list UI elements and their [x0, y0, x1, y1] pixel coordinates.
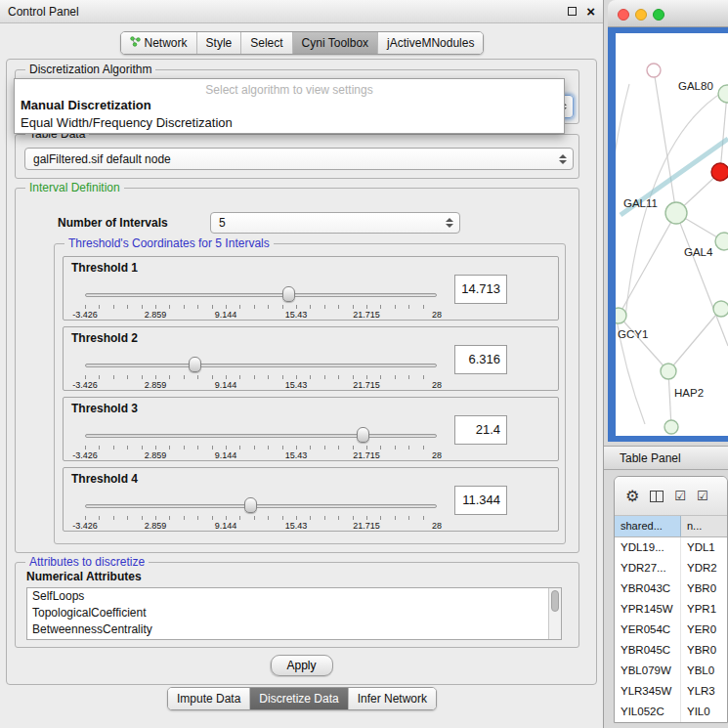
table-row[interactable]: YDR27...YDR2: [615, 558, 727, 578]
table-panel-title: Table Panel: [620, 451, 681, 465]
minimize-traffic-icon[interactable]: [635, 9, 647, 21]
table-row[interactable]: YBR043CYBR0: [615, 578, 727, 599]
attributes-list[interactable]: SelfLoopsTopologicalCoefficientBetweenne…: [26, 587, 562, 640]
cell-name: YBR0: [681, 578, 727, 599]
network-edge: [616, 84, 645, 424]
table-row[interactable]: YDL19...YDL1: [615, 537, 727, 558]
control-panel-titlebar: Control Panel ×: [0, 0, 603, 23]
attributes-scrollbar[interactable]: [548, 588, 561, 639]
num-intervals-combobox[interactable]: 5: [210, 212, 460, 234]
scale-label: -3.426: [72, 521, 98, 531]
columns-icon[interactable]: [650, 491, 664, 502]
table-data-value: galFiltered.sif default node: [33, 152, 171, 166]
slider-track[interactable]: [85, 434, 437, 438]
tab-impute-data[interactable]: Impute Data: [168, 688, 249, 709]
slider-track[interactable]: [85, 364, 437, 367]
slider-scale: -3.4262.8599.14415.4321.71528: [85, 521, 437, 531]
network-node-green[interactable]: [718, 85, 728, 103]
network-edge: [720, 94, 727, 172]
attribute-item-topologicalcoefficient[interactable]: TopologicalCoefficient: [27, 605, 561, 621]
select-columns-icon[interactable]: ☑: [697, 489, 708, 503]
node-label-gal80: GAL80: [678, 80, 713, 92]
scale-label: -3.426: [72, 380, 98, 390]
threshold-panel-1: Threshold 1-3.4262.8599.14415.4321.71528…: [63, 256, 559, 321]
threshold-panel-3: Threshold 3-3.4262.8599.14415.4321.71528…: [63, 397, 559, 461]
tab-label: jActiveMNodules: [387, 36, 474, 50]
tab-infer-network[interactable]: Infer Network: [348, 688, 436, 709]
tab-network[interactable]: Network: [121, 32, 196, 54]
tab-label: Discretize Data: [259, 692, 338, 706]
threshold-slider[interactable]: -3.4262.8599.14415.4321.71528: [85, 427, 437, 460]
algorithm-option-manual-discretization[interactable]: Manual Discretization: [21, 98, 151, 112]
cell-name: YBL0: [681, 661, 727, 681]
network-node-green[interactable]: [616, 308, 626, 323]
zoom-traffic-icon[interactable]: [653, 9, 664, 21]
slider-thumb[interactable]: [357, 427, 369, 443]
scale-label: 28: [432, 450, 442, 460]
threshold-slider[interactable]: -3.4262.8599.14415.4321.71528: [85, 497, 437, 531]
tab-style[interactable]: Style: [196, 32, 241, 54]
scale-label: 2.859: [145, 380, 167, 390]
threshold-slider[interactable]: -3.4262.8599.14415.4321.71528: [85, 357, 437, 390]
cell-shared-name: YER054C: [615, 620, 681, 640]
column-header-name[interactable]: n...: [681, 516, 727, 536]
threshold-value-field[interactable]: 21.4: [454, 415, 507, 445]
attributes-list-items: SelfLoopsTopologicalCoefficientBetweenne…: [27, 588, 561, 638]
table-data-combobox[interactable]: galFiltered.sif default node: [24, 148, 574, 170]
column-header-shared-name[interactable]: shared...: [615, 516, 681, 536]
table-row[interactable]: YPR145WYPR1: [615, 599, 727, 620]
tab-cyni-toolbox[interactable]: Cyni Toolbox: [292, 32, 377, 54]
table-row[interactable]: YER054CYER0: [615, 620, 727, 640]
network-icon: [130, 36, 141, 50]
network-canvas-wrap[interactable]: GAL80GAL11GAL4GCY1HAP2: [616, 33, 728, 436]
network-titlebar[interactable]: [608, 0, 728, 27]
tab-label: Cyni Toolbox: [302, 36, 368, 50]
cell-shared-name: YDL19...: [615, 537, 681, 558]
slider-thumb[interactable]: [244, 497, 257, 513]
tab-label: Select: [250, 36, 282, 50]
cell-name: YLR3: [681, 681, 727, 702]
network-node-green[interactable]: [713, 301, 728, 317]
algorithm-option-equal-width-frequency-discretization[interactable]: Equal Width/Frequency Discretization: [21, 115, 233, 130]
network-node-plain[interactable]: [647, 64, 661, 77]
restore-icon[interactable]: [568, 7, 577, 16]
select-all-icon[interactable]: ☑: [674, 489, 686, 503]
threshold-value-field[interactable]: 14.713: [454, 275, 507, 304]
close-icon[interactable]: ×: [586, 7, 595, 17]
table-row[interactable]: YIL052CYIL0: [615, 702, 727, 722]
cell-shared-name: YBR045C: [615, 640, 681, 661]
apply-button[interactable]: Apply: [270, 655, 332, 676]
table-panel-header[interactable]: Table Panel: [604, 446, 728, 470]
attribute-item-selfloops[interactable]: SelfLoops: [27, 588, 561, 605]
threshold-slider[interactable]: -3.4262.8599.14415.4321.71528: [85, 286, 437, 320]
table-row[interactable]: YBL079WYBL0: [615, 661, 727, 681]
slider-track[interactable]: [85, 293, 437, 297]
slider-thumb[interactable]: [282, 286, 295, 302]
threshold-panel-2: Threshold 2-3.4262.8599.14415.4321.71528…: [63, 326, 559, 391]
threshold-value-field[interactable]: 11.344: [454, 486, 507, 515]
algorithm-popup-placeholder: Select algorithm to view settings: [15, 83, 564, 97]
slider-scale: -3.4262.8599.14415.4321.71528: [85, 380, 437, 390]
table-row[interactable]: YLR345WYLR3: [615, 681, 727, 702]
scrollbar-thumb[interactable]: [551, 590, 559, 612]
table-toolbar: ⚙ ☑ ☑: [615, 477, 727, 516]
network-node-green[interactable]: [715, 233, 728, 250]
slider-scale: -3.4262.8599.14415.4321.71528: [85, 450, 437, 460]
slider-thumb[interactable]: [189, 357, 201, 372]
table-row[interactable]: YBR045CYBR0: [615, 640, 727, 661]
network-node-green[interactable]: [661, 364, 676, 379]
network-node-red[interactable]: [711, 163, 728, 181]
threshold-value-field[interactable]: 6.316: [454, 345, 507, 374]
gear-icon[interactable]: ⚙: [625, 487, 639, 505]
close-traffic-icon[interactable]: [618, 9, 629, 21]
tab-jactivemnodules[interactable]: jActiveMNodules: [377, 32, 483, 54]
network-node-green[interactable]: [664, 420, 678, 434]
network-node-green[interactable]: [665, 202, 687, 224]
slider-track[interactable]: [85, 504, 437, 508]
network-canvas[interactable]: GAL80GAL11GAL4GCY1HAP2: [616, 33, 728, 436]
cell-shared-name: YBR043C: [615, 578, 681, 599]
attribute-item-betweennesscentrality[interactable]: BetweennessCentrality: [27, 621, 561, 638]
window-controls: [618, 9, 664, 21]
tab-discretize-data[interactable]: Discretize Data: [249, 688, 347, 709]
tab-select[interactable]: Select: [240, 32, 291, 54]
